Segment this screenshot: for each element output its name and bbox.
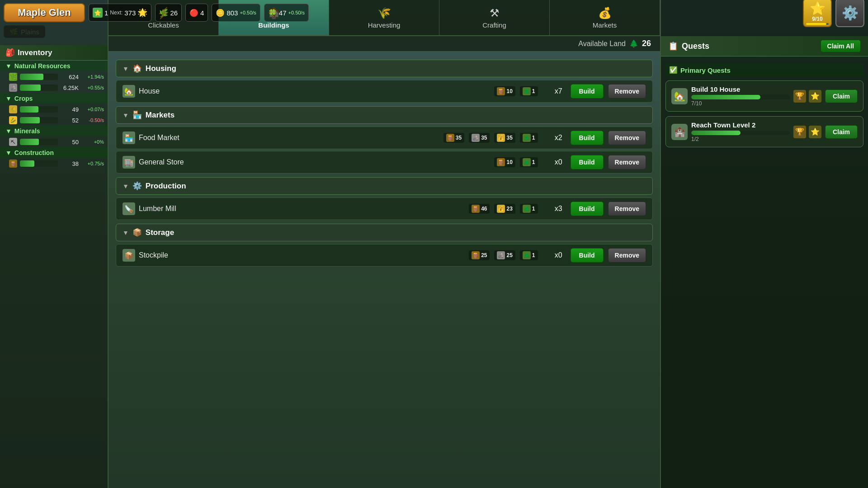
planks-bar-container <box>20 160 58 167</box>
section-storage-header[interactable]: ▼ 📦 Storage <box>116 224 653 241</box>
section-production-header[interactable]: ▼ ⚙️ Production <box>116 177 653 195</box>
quest-progress-fill-2 <box>691 131 741 135</box>
general-store-label: General Store <box>139 158 184 166</box>
xp-icon: 🌟 <box>137 8 147 18</box>
lumber-mill-count: x3 <box>549 205 562 213</box>
lm-gold-icon: 💰 <box>497 205 505 213</box>
land-icon: 🌲 <box>629 39 638 48</box>
general-store-remove-button[interactable]: Remove <box>608 155 646 169</box>
list-item: 🪨 6.25K +0.55/s <box>0 82 108 93</box>
lm-cost-land: 🌲 1 <box>520 204 538 214</box>
planks-value: 38 <box>61 160 79 167</box>
corn-rate: -0.50/s <box>81 117 104 123</box>
minerals-label: Minerals <box>14 127 40 135</box>
quest-star-reward-icon-2: ⭐ <box>809 126 821 138</box>
house-label: House <box>139 87 160 95</box>
wheat-icon: 🌾 <box>9 105 17 113</box>
lm-wood-val: 46 <box>481 206 487 212</box>
production-section-label: Production <box>146 182 186 191</box>
town-name-button[interactable]: Maple Glen <box>4 3 85 22</box>
lumber-mill-remove-button[interactable]: Remove <box>608 202 646 216</box>
quest-progress-fill <box>691 95 760 99</box>
section-markets-header[interactable]: ▼ 🏪 Markets <box>116 106 653 124</box>
main-area: ⚡ Clickables 🏠 Buildings 🌾 Harvesting ⚒ … <box>108 0 660 488</box>
gs-land-icon: 🌲 <box>523 158 531 166</box>
house-costs: 🪵 10 🌲 1 <box>494 86 539 96</box>
sidebar-item-natural-resources[interactable]: ▼ Natural Resources <box>0 61 108 71</box>
quest-claim-button[interactable]: Claim <box>825 89 858 103</box>
planks-bar <box>20 160 34 167</box>
stone-res-icon: 🪨 <box>9 84 17 92</box>
food-market-cost-wood: 🪵 35 <box>443 133 464 143</box>
claim-all-button[interactable]: Claim All <box>821 40 861 52</box>
achievements-button[interactable]: ⭐ 9/10 <box>803 0 832 27</box>
sp-cost-stone: 🪨 25 <box>494 250 515 260</box>
fm-land-val: 1 <box>532 135 535 141</box>
next-label: Next: <box>110 9 123 16</box>
section-housing-header[interactable]: ▼ 🏠 Housing <box>116 60 653 77</box>
stockpile-remove-button[interactable]: Remove <box>608 248 646 263</box>
list-item: 🌾 49 +0.07/s <box>0 104 108 115</box>
wood-res-value: 624 <box>61 74 79 80</box>
available-land-value: 26 <box>642 39 651 48</box>
quest-progress-label-2: 1/2 <box>691 136 790 142</box>
construction-label: Construction <box>14 149 54 156</box>
land-cost-icon: 🌲 <box>523 87 531 95</box>
chevron-down-icon-construction: ▼ <box>5 149 12 156</box>
settings-button[interactable]: ⚙️ <box>835 0 864 27</box>
stockpile-costs: 🪵 25 🪨 25 🌲 1 <box>469 250 539 260</box>
house-remove-button[interactable]: Remove <box>608 84 646 99</box>
fm-wood-val: 35 <box>456 135 462 141</box>
list-item: 🌽 52 -0.50/s <box>0 115 108 126</box>
corn-icon: 🌽 <box>9 116 17 124</box>
table-row: 🪚 Lumber Mill 🪵 46 💰 23 🌲 1 x3 Build <box>116 197 653 220</box>
production-section-icon: ⚙️ <box>132 181 142 191</box>
iron-rate: +0% <box>81 139 104 145</box>
list-item: 🪵 38 +0.75/s <box>0 158 108 169</box>
wood-bar <box>20 74 43 80</box>
natural-resources-label: Natural Resources <box>14 62 71 70</box>
sidebar-item-crops[interactable]: ▼ Crops <box>0 93 108 104</box>
food-market-remove-button[interactable]: Remove <box>608 131 646 145</box>
lumber-mill-build-button[interactable]: Build <box>571 202 604 216</box>
general-store-build-button[interactable]: Build <box>571 155 604 169</box>
corn-bar-container <box>20 117 58 123</box>
achievements-progress-bar <box>806 23 829 25</box>
quest-rewards-2: 🏆 ⭐ <box>793 126 821 138</box>
house-build-button[interactable]: Build <box>571 84 604 99</box>
top-right-buttons: ⭐ 9/10 ⚙️ <box>803 0 864 27</box>
sp-cost-land: 🌲 1 <box>520 250 538 260</box>
gs-cost-wood: 🪵 10 <box>494 157 515 167</box>
leaf-value: 47 <box>279 9 287 17</box>
chevron-down-icon-crops: ▼ <box>5 95 12 102</box>
quests-panel: 📋 Quests Claim All ✅ Primary Quests 🏡 Bu… <box>660 0 868 488</box>
gear-icon: ⚙️ <box>842 5 859 21</box>
lm-cost-gold: 💰 23 <box>494 204 515 214</box>
sp-wood-icon: 🪵 <box>472 251 480 259</box>
sidebar-item-minerals[interactable]: ▼ Minerals <box>0 126 108 136</box>
food-market-cost-land: 🌲 1 <box>520 133 538 143</box>
house-icon: 🏡 <box>123 85 135 98</box>
fm-land-icon: 🌲 <box>523 134 531 142</box>
stockpile-build-button[interactable]: Build <box>571 248 604 263</box>
markets-section-label: Markets <box>146 111 175 120</box>
wheat-rate: +0.07/s <box>81 107 104 112</box>
wood-value: 26 <box>170 9 178 17</box>
quests-icon: 📋 <box>668 41 678 51</box>
storage-section-label: Storage <box>146 228 174 237</box>
left-panel: 🎒 Inventory ▼ Natural Resources 🌿 624 +1… <box>0 0 108 488</box>
stockpile-label: Stockpile <box>139 251 168 259</box>
stone-icon: 🔴 <box>189 9 198 17</box>
food-market-build-button[interactable]: Build <box>571 131 604 145</box>
lm-land-icon: 🌲 <box>523 205 531 213</box>
quest-claim-button-2[interactable]: Claim <box>825 125 858 139</box>
stone-bar <box>20 84 41 91</box>
checkbox-icon: ✅ <box>669 66 678 74</box>
sidebar-item-construction[interactable]: ▼ Construction <box>0 147 108 158</box>
stone-bar-container <box>20 84 58 91</box>
wood-cost-val: 10 <box>506 88 512 94</box>
inventory-title: Inventory <box>18 48 52 57</box>
chevron-markets: ▼ <box>123 112 129 119</box>
table-row: 🏬 General Store 🪵 10 🌲 1 x0 Build Remove <box>116 151 653 174</box>
lm-land-val: 1 <box>532 206 535 212</box>
